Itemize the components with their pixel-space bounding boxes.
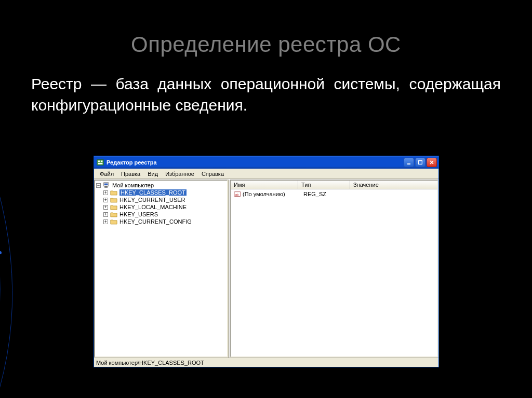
svg-rect-5 <box>98 160 100 162</box>
value-list: Имя Тип Значение ab (По умолчанию) REG_S… <box>230 180 438 358</box>
svg-rect-12 <box>105 187 108 188</box>
tree-item-label: HKEY_CURRENT_CONFIG <box>119 218 192 225</box>
col-type[interactable]: Тип <box>298 181 350 189</box>
tree-root-label: Мой компьютер <box>112 182 154 188</box>
computer-icon <box>103 182 110 188</box>
slide-title: Определение реестра ОС <box>0 0 532 57</box>
tree-item-label: HKEY_CLASSES_ROOT <box>119 189 187 196</box>
tree-item[interactable]: + HKEY_CURRENT_USER <box>96 196 226 203</box>
folder-icon <box>110 219 117 225</box>
expand-icon[interactable]: + <box>103 198 108 202</box>
regedit-window: Редактор реестра Файл Правка Вид Избранн… <box>94 156 439 367</box>
minimize-button[interactable] <box>404 158 414 167</box>
folder-icon <box>110 212 117 217</box>
menu-help[interactable]: Справка <box>198 170 228 178</box>
maximize-button[interactable] <box>415 158 425 167</box>
svg-point-2 <box>0 251 2 254</box>
svg-rect-7 <box>98 162 103 164</box>
status-text: Мой компьютер\HKEY_CLASSES_ROOT <box>96 360 204 366</box>
tree-item[interactable]: + HKEY_LOCAL_MACHINE <box>96 203 226 211</box>
close-button[interactable] <box>427 158 437 167</box>
folder-icon <box>110 190 117 196</box>
menu-view[interactable]: Вид <box>144 170 162 178</box>
status-bar: Мой компьютер\HKEY_CLASSES_ROOT <box>94 358 438 367</box>
tree-root[interactable]: − Мой компьютер <box>96 182 226 189</box>
menu-bar: Файл Правка Вид Избранное Справка <box>94 169 438 179</box>
expand-icon[interactable]: + <box>103 205 108 210</box>
titlebar[interactable]: Редактор реестра <box>94 156 438 169</box>
collapse-icon[interactable]: − <box>96 183 101 188</box>
value-type: REG_SZ <box>300 191 352 197</box>
svg-rect-11 <box>104 184 108 185</box>
tree-item[interactable]: + HKEY_CLASSES_ROOT <box>96 189 226 196</box>
tree-item-label: HKEY_LOCAL_MACHINE <box>119 204 187 210</box>
value-name: (По умолчанию) <box>243 191 285 197</box>
tree-item[interactable]: + HKEY_USERS <box>96 211 226 218</box>
svg-rect-9 <box>419 160 422 164</box>
slide-body-text: Реестр — база данных операционной систем… <box>0 57 532 116</box>
svg-rect-4 <box>97 159 103 165</box>
svg-text:ab: ab <box>235 193 239 196</box>
string-value-icon: ab <box>234 190 241 198</box>
menu-file[interactable]: Файл <box>96 170 117 178</box>
col-value[interactable]: Значение <box>350 181 437 189</box>
list-row[interactable]: ab (По умолчанию) REG_SZ <box>233 190 435 198</box>
menu-favorites[interactable]: Избранное <box>162 170 198 178</box>
tree-item-label: HKEY_CURRENT_USER <box>119 197 185 203</box>
folder-icon <box>110 197 117 203</box>
list-header: Имя Тип Значение <box>231 181 437 189</box>
col-name[interactable]: Имя <box>231 181 298 189</box>
window-title: Редактор реестра <box>107 159 404 166</box>
folder-icon <box>110 204 117 210</box>
expand-icon[interactable]: + <box>103 219 108 224</box>
svg-rect-6 <box>101 160 103 162</box>
expand-icon[interactable]: + <box>103 212 108 217</box>
tree-item-label: HKEY_USERS <box>119 211 158 217</box>
svg-rect-8 <box>407 163 410 164</box>
regedit-icon <box>97 159 104 166</box>
registry-tree[interactable]: − Мой компьютер + HKEY_CLASSES_ROOT + <box>94 180 228 358</box>
tree-item[interactable]: + HKEY_CURRENT_CONFIG <box>96 218 226 225</box>
menu-edit[interactable]: Правка <box>117 170 144 178</box>
expand-icon[interactable]: + <box>103 190 108 195</box>
